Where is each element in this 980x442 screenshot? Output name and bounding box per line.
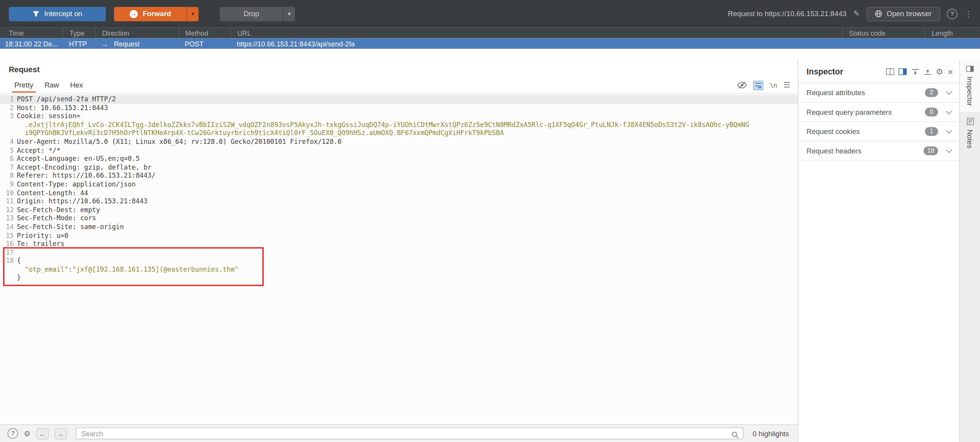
cell-length <box>925 38 980 49</box>
line-text: Accept-Language: en-US,en;q=0.5 <box>17 155 798 163</box>
line-text <box>17 248 798 257</box>
line-number: 17 <box>0 248 17 257</box>
section-label: Request cookies <box>806 128 860 135</box>
previous-match-button[interactable]: ← <box>36 428 49 439</box>
column-header-method[interactable]: Method <box>178 28 230 38</box>
line-number: 10 <box>0 189 17 197</box>
editor-tabs-row: Pretty Raw Hex \n ☰ <box>0 77 798 94</box>
line-text: Accept-Encoding: gzip, deflate, br <box>17 163 798 172</box>
line-text: Sec-Fetch-Site: same-origin <box>17 223 798 231</box>
request-editor[interactable]: 1 POST /api/send-2fa HTTP/2 2 Host: 10.6… <box>0 94 798 424</box>
inspector-section-request-cookies[interactable]: Request cookies 1 <box>798 121 959 141</box>
side-tab-notes[interactable]: Notes <box>960 112 980 155</box>
editor-line: .eJxtjltrAjEQhf_LvCo-2CK4ILTgg-JdelkoZZk… <box>0 120 798 129</box>
next-match-button[interactable]: → <box>55 428 67 439</box>
request-direction-arrow-icon: → <box>101 40 108 48</box>
editor-line: 17 <box>0 248 798 257</box>
globe-icon <box>875 10 882 18</box>
request-panel-title: Request <box>0 60 798 77</box>
inspector-tab-icon <box>966 66 974 72</box>
line-number: 11 <box>0 197 17 206</box>
wrap-glyph <box>755 82 762 88</box>
search-help-icon[interactable]: ? <box>8 428 18 439</box>
drop-dropdown-chevron[interactable]: ▾ <box>283 7 295 21</box>
open-browser-button[interactable]: Open browser <box>866 7 940 21</box>
inspector-section-query-parameters[interactable]: Request query parameters 0 <box>798 102 959 122</box>
inspector-section-request-attributes[interactable]: Request attributes 2 <box>798 82 959 102</box>
edit-target-icon[interactable]: ✎ <box>853 9 859 18</box>
column-header-length[interactable]: Length <box>925 28 980 38</box>
editor-line: 7 Accept-Encoding: gzip, deflate, br <box>0 163 798 172</box>
editor-lines: 1 POST /api/send-2fa HTTP/2 2 Host: 10.6… <box>0 95 798 282</box>
editor-line: 13 Sec-Fetch-Mode: cors <box>0 214 798 223</box>
editor-line: 16 Te: trailers <box>0 240 798 248</box>
editor-line: 6 Accept-Language: en-US,en;q=0.5 <box>0 155 798 163</box>
expand-all-icon[interactable] <box>923 68 931 76</box>
column-header-direction[interactable]: Direction <box>95 28 178 38</box>
line-text: .eJxtjltrAjEQhf_LvCo-2CK4ILTgg-JdelkoZZk… <box>17 120 798 129</box>
editor-search-bar: ? ⚙ ← → 0 highlights <box>0 424 798 442</box>
editor-line: 9 Content-Type: application/json <box>0 180 798 189</box>
help-icon[interactable]: ? <box>947 8 958 19</box>
line-text: Priority: u=0 <box>17 231 798 240</box>
line-text: POST /api/send-2fa HTTP/2 <box>17 95 798 104</box>
request-target-text: Request to https://10.66.153.21:8443 <box>728 10 846 18</box>
line-number: 6 <box>0 155 17 163</box>
side-tab-inspector[interactable]: Inspector <box>960 60 980 112</box>
side-tab-inspector-label: Inspector <box>966 76 974 106</box>
request-table-row[interactable]: 18:31:00 22 De... HTTP → Request POST ht… <box>0 38 980 49</box>
line-number: 9 <box>0 180 17 189</box>
line-number: 3 <box>0 112 17 120</box>
line-text: i9QPYGhBKJVfLekvRi3cD7H5hOrPtlNTKHeArp4X… <box>17 129 798 138</box>
line-number: 5 <box>0 146 17 155</box>
intercept-toggle-button[interactable]: Intercept on <box>9 7 106 21</box>
word-wrap-toggle-icon[interactable] <box>754 81 764 90</box>
collapse-all-icon[interactable] <box>911 68 919 76</box>
column-header-status-code[interactable]: Status code <box>842 28 925 38</box>
forward-button[interactable]: → Forward <box>114 7 187 21</box>
column-header-time[interactable]: Time <box>0 28 63 38</box>
line-number: 8 <box>0 172 17 180</box>
tab-hex[interactable]: Hex <box>64 78 89 92</box>
inspector-close-icon[interactable]: × <box>948 67 953 76</box>
editor-menu-icon[interactable]: ☰ <box>783 81 790 89</box>
tab-pretty[interactable]: Pretty <box>9 78 39 92</box>
column-header-url[interactable]: URL <box>230 28 842 38</box>
cell-type: HTTP <box>63 38 95 49</box>
inspector-settings-gear-icon[interactable]: ⚙ <box>936 68 943 76</box>
cell-direction: → Request <box>95 38 178 49</box>
line-number <box>0 265 17 274</box>
editor-line: 14 Sec-Fetch-Site: same-origin <box>0 223 798 231</box>
inspector-section-request-headers[interactable]: Request headers 18 <box>798 141 959 161</box>
column-header-type[interactable]: Type <box>63 28 95 38</box>
search-settings-gear-icon[interactable]: ⚙ <box>24 429 31 438</box>
tab-raw[interactable]: Raw <box>39 78 64 92</box>
inspector-layout-docked-icon[interactable] <box>898 68 906 75</box>
drop-button[interactable]: Drop <box>220 7 283 21</box>
drop-label: Drop <box>244 10 259 18</box>
hide-nonprintable-icon[interactable] <box>737 81 747 89</box>
search-input[interactable] <box>76 428 743 440</box>
table-empty-area <box>0 49 980 60</box>
section-count-badge: 1 <box>925 127 938 136</box>
chevron-down-icon <box>946 108 952 114</box>
kebab-menu-icon[interactable]: ⋮ <box>964 9 972 18</box>
forward-dropdown-chevron[interactable]: ▾ <box>187 7 198 21</box>
line-number: 16 <box>0 240 17 248</box>
intercept-toolbar: Intercept on → Forward ▾ Drop ▾ Request … <box>0 0 980 28</box>
chevron-down-icon <box>946 127 952 134</box>
cell-method: POST <box>178 38 230 49</box>
forward-label: Forward <box>143 10 171 18</box>
inspector-layout-split-icon[interactable] <box>886 68 894 75</box>
side-tab-strip: Inspector Notes <box>959 60 980 442</box>
intercept-icon <box>32 10 39 17</box>
line-number <box>0 129 17 138</box>
line-text: Sec-Fetch-Dest: empty <box>17 206 798 214</box>
request-editor-pane: Request Pretty Raw Hex \n ☰ 1 POST /api/… <box>0 60 798 442</box>
line-number: 18 <box>0 257 17 265</box>
chevron-down-icon <box>946 89 952 95</box>
show-newlines-toggle[interactable]: \n <box>770 82 777 89</box>
search-magnifier-icon <box>731 430 739 441</box>
section-label: Request query parameters <box>806 108 892 116</box>
line-number: 4 <box>0 138 17 146</box>
